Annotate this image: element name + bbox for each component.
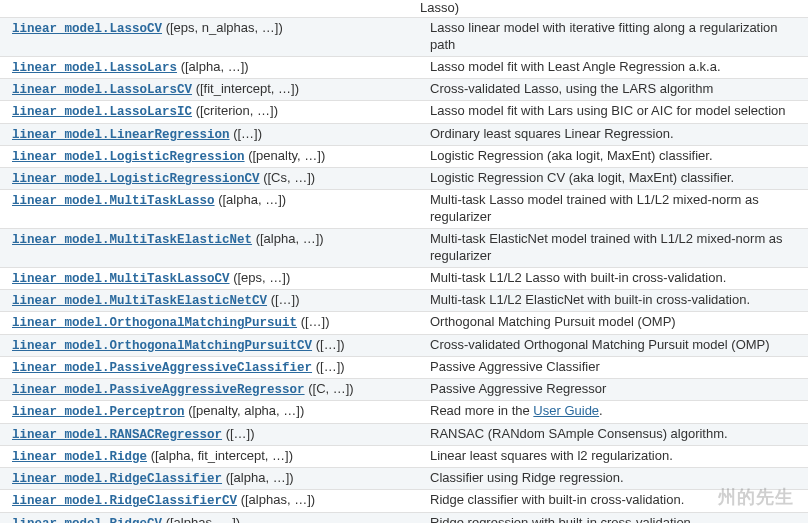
table-row: linear_model.LinearRegression ([…])Ordin… [0, 123, 808, 145]
description-cell: Ridge regression with built-in cross-val… [418, 512, 808, 523]
params-text: ([alpha, …]) [218, 192, 286, 207]
class-link[interactable]: linear_model.RidgeClassifierCV [12, 494, 237, 508]
params-text: ([alpha, fit_intercept, …]) [151, 448, 293, 463]
table-row: linear_model.RidgeCV ([alphas, …])Ridge … [0, 512, 808, 523]
signature-cell: linear_model.RANSACRegressor ([…]) [0, 423, 418, 445]
params-text: ([alpha, …]) [181, 59, 249, 74]
class-link[interactable]: linear_model.LogisticRegressionCV [12, 172, 260, 186]
class-link[interactable]: linear_model.LassoCV [12, 22, 162, 36]
signature-cell: linear_model.Ridge ([alpha, fit_intercep… [0, 445, 418, 467]
table-row: linear_model.RidgeClassifier ([alpha, …]… [0, 468, 808, 490]
description-cell: Multi-task ElasticNet model trained with… [418, 229, 808, 268]
params-text: ([…]) [271, 292, 300, 307]
table-row: linear_model.MultiTaskLassoCV ([eps, …])… [0, 267, 808, 289]
table-row: linear_model.Ridge ([alpha, fit_intercep… [0, 445, 808, 467]
description-cell: Logistic Regression (aka logit, MaxEnt) … [418, 145, 808, 167]
table-row: linear_model.RidgeClassifierCV ([alphas,… [0, 490, 808, 512]
signature-cell: linear_model.RidgeCV ([alphas, …]) [0, 512, 418, 523]
params-text: ([eps, n_alphas, …]) [166, 20, 283, 35]
table-row: linear_model.OrthogonalMatchingPursuit (… [0, 312, 808, 334]
class-link[interactable]: linear_model.LassoLarsCV [12, 83, 192, 97]
class-link[interactable]: linear_model.LassoLarsIC [12, 105, 192, 119]
class-link[interactable]: linear_model.OrthogonalMatchingPursuit [12, 316, 297, 330]
params-text: ([alphas, …]) [166, 515, 240, 523]
table-row: linear_model.LogisticRegression ([penalt… [0, 145, 808, 167]
signature-cell: linear_model.OrthogonalMatchingPursuit (… [0, 312, 418, 334]
table-row: linear_model.LassoLarsCV ([fit_intercept… [0, 79, 808, 101]
signature-cell: linear_model.RidgeClassifierCV ([alphas,… [0, 490, 418, 512]
class-link[interactable]: linear_model.OrthogonalMatchingPursuitCV [12, 339, 312, 353]
description-cell: Multi-task Lasso model trained with L1/L… [418, 190, 808, 229]
signature-cell: linear_model.LassoCV ([eps, n_alphas, …]… [0, 18, 418, 57]
class-link[interactable]: linear_model.MultiTaskLasso [12, 194, 215, 208]
params-text: ([criterion, …]) [196, 103, 278, 118]
table-row: linear_model.LassoCV ([eps, n_alphas, …]… [0, 18, 808, 57]
table-row: linear_model.LogisticRegressionCV ([Cs, … [0, 168, 808, 190]
params-text: ([…]) [226, 426, 255, 441]
signature-cell: linear_model.LinearRegression ([…]) [0, 123, 418, 145]
description-cell: Ordinary least squares Linear Regression… [418, 123, 808, 145]
class-link[interactable]: linear_model.LinearRegression [12, 128, 230, 142]
table-row: linear_model.RANSACRegressor ([…])RANSAC… [0, 423, 808, 445]
class-link[interactable]: linear_model.LassoLars [12, 61, 177, 75]
description-cell: Lasso model fit with Lars using BIC or A… [418, 101, 808, 123]
description-cell: Cross-validated Lasso, using the LARS al… [418, 79, 808, 101]
class-link[interactable]: linear_model.Ridge [12, 450, 147, 464]
class-link[interactable]: linear_model.MultiTaskElasticNet [12, 233, 252, 247]
signature-cell: linear_model.LogisticRegression ([penalt… [0, 145, 418, 167]
table-row: linear_model.PassiveAggressiveRegressor … [0, 379, 808, 401]
params-text: ([…]) [233, 126, 262, 141]
user-guide-link[interactable]: User Guide [533, 403, 599, 418]
class-link[interactable]: linear_model.PassiveAggressiveRegressor [12, 383, 305, 397]
class-link[interactable]: linear_model.RANSACRegressor [12, 428, 222, 442]
signature-cell: linear_model.LassoLarsIC ([criterion, …]… [0, 101, 418, 123]
params-text: ([eps, …]) [233, 270, 290, 285]
description-cell: Orthogonal Matching Pursuit model (OMP) [418, 312, 808, 334]
class-link[interactable]: linear_model.MultiTaskLassoCV [12, 272, 230, 286]
description-cell: Passive Aggressive Classifier [418, 356, 808, 378]
params-text: ([alpha, …]) [256, 231, 324, 246]
class-link[interactable]: linear_model.Perceptron [12, 405, 185, 419]
table-row: linear_model.Perceptron ([penalty, alpha… [0, 401, 808, 423]
table-row: linear_model.MultiTaskElasticNetCV ([…])… [0, 290, 808, 312]
description-cell: Linear least squares with l2 regularizat… [418, 445, 808, 467]
class-link[interactable]: linear_model.LogisticRegression [12, 150, 245, 164]
class-link[interactable]: linear_model.RidgeCV [12, 517, 162, 523]
class-link[interactable]: linear_model.PassiveAggressiveClassifier [12, 361, 312, 375]
signature-cell: linear_model.RidgeClassifier ([alpha, …]… [0, 468, 418, 490]
description-cell: Classifier using Ridge regression. [418, 468, 808, 490]
api-summary-table: linear_model.LassoCV ([eps, n_alphas, …]… [0, 17, 808, 523]
signature-cell: linear_model.Perceptron ([penalty, alpha… [0, 401, 418, 423]
signature-cell: linear_model.LassoLarsCV ([fit_intercept… [0, 79, 418, 101]
signature-cell: linear_model.MultiTaskLassoCV ([eps, …]) [0, 267, 418, 289]
params-text: ([…]) [316, 337, 345, 352]
params-text: ([fit_intercept, …]) [196, 81, 299, 96]
signature-cell: linear_model.MultiTaskElasticNet ([alpha… [0, 229, 418, 268]
signature-cell: linear_model.LogisticRegressionCV ([Cs, … [0, 168, 418, 190]
description-cell: Read more in the User Guide. [418, 401, 808, 423]
params-text: ([C, …]) [308, 381, 354, 396]
signature-cell: linear_model.PassiveAggressiveClassifier… [0, 356, 418, 378]
signature-cell: linear_model.OrthogonalMatchingPursuitCV… [0, 334, 418, 356]
table-row: linear_model.PassiveAggressiveClassifier… [0, 356, 808, 378]
desc-pre: Read more in the [430, 403, 533, 418]
description-cell: Ridge classifier with built-in cross-val… [418, 490, 808, 512]
description-cell: Lasso linear model with iterative fittin… [418, 18, 808, 57]
params-text: ([penalty, …]) [248, 148, 325, 163]
params-text: ([…]) [316, 359, 345, 374]
signature-cell: linear_model.LassoLars ([alpha, …]) [0, 56, 418, 78]
table-row: linear_model.MultiTaskElasticNet ([alpha… [0, 229, 808, 268]
params-text: ([alphas, …]) [241, 492, 315, 507]
description-cell: Multi-task L1/L2 Lasso with built-in cro… [418, 267, 808, 289]
class-link[interactable]: linear_model.MultiTaskElasticNetCV [12, 294, 267, 308]
description-cell: Cross-validated Orthogonal Matching Purs… [418, 334, 808, 356]
table-row: linear_model.OrthogonalMatchingPursuitCV… [0, 334, 808, 356]
partial-top-text: Lasso) [0, 0, 808, 17]
table-row: linear_model.MultiTaskLasso ([alpha, …])… [0, 190, 808, 229]
description-cell: Passive Aggressive Regressor [418, 379, 808, 401]
table-row: linear_model.LassoLars ([alpha, …])Lasso… [0, 56, 808, 78]
description-cell: RANSAC (RANdom SAmple Consensus) algorit… [418, 423, 808, 445]
class-link[interactable]: linear_model.RidgeClassifier [12, 472, 222, 486]
signature-cell: linear_model.MultiTaskLasso ([alpha, …]) [0, 190, 418, 229]
params-text: ([Cs, …]) [263, 170, 315, 185]
